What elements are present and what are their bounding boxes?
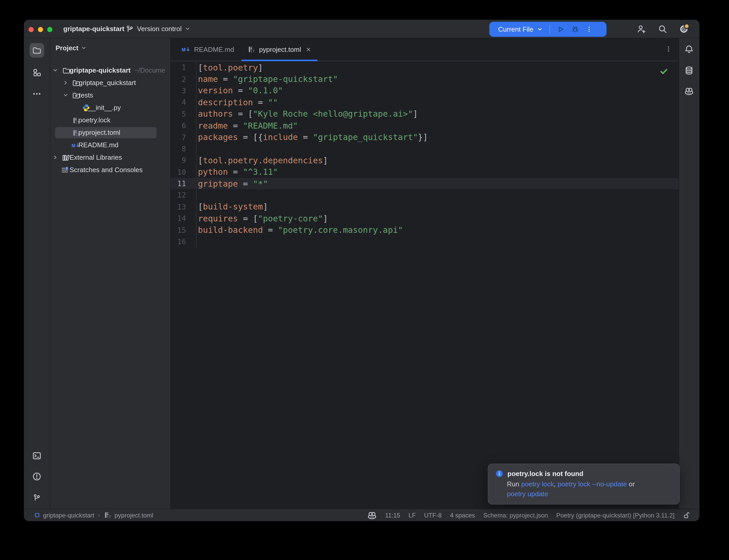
search-everywhere-button[interactable] <box>658 24 667 33</box>
add-user-button[interactable] <box>637 24 646 33</box>
chevron-down-icon <box>185 26 190 32</box>
chevron-right-icon[interactable] <box>63 80 68 86</box>
code-token: ] <box>263 202 268 212</box>
tree-item-griptape-quickstart[interactable]: griptape_quickstart <box>50 77 170 89</box>
tree-item-external-libraries[interactable]: External Libraries <box>50 151 170 164</box>
code-line-13[interactable]: 13[build-system] <box>171 201 679 213</box>
tab-readme-md[interactable]: M README.md <box>175 38 241 61</box>
settings-update-badge <box>684 23 690 29</box>
code-line-16[interactable]: 16 <box>171 236 679 248</box>
more-tools-button[interactable] <box>30 87 44 101</box>
status-schema[interactable]: Schema: pyproject.json <box>483 512 548 519</box>
chevron-down-icon[interactable] <box>52 67 58 73</box>
code-line-5[interactable]: 5authors = ["Kyle Roche <hello@griptape.… <box>171 108 679 120</box>
status-11[interactable]: 11:15 <box>385 512 400 519</box>
status-lock-open[interactable] <box>683 512 690 519</box>
tree-item-tests[interactable]: tests <box>50 89 170 102</box>
code-token: version <box>198 86 233 96</box>
code-token: tool.poetry <box>203 62 258 72</box>
notification-link[interactable]: poetry lock <box>521 480 554 488</box>
tree-item-label: External Libraries <box>69 151 122 164</box>
breadcrumb-file[interactable]: [T] pyproject.toml <box>103 511 153 519</box>
problems-icon <box>32 472 41 481</box>
tree-item-label: __init__.py <box>88 102 121 114</box>
notification-popup[interactable]: poetry.lock is not found Run poetry lock… <box>488 464 680 505</box>
tree-item-poetry-lock[interactable]: [T]poetry.lock <box>50 114 170 127</box>
code-token: "poetry.core.masonry.api" <box>278 225 403 235</box>
code-line-10[interactable]: 10python = "^3.11" <box>171 166 679 178</box>
chevron-down-icon[interactable] <box>63 92 68 98</box>
tab-options-kebab-icon[interactable] <box>665 45 672 53</box>
breadcrumb-project[interactable]: griptape-quickstart <box>34 512 94 519</box>
line-number: 8 <box>171 145 196 153</box>
problems-tool-button[interactable] <box>30 469 44 484</box>
code-line-3[interactable]: 3version = "0.1.0" <box>171 85 679 97</box>
run-configuration-selector[interactable]: Current File <box>498 25 533 33</box>
tree-item-readme-md[interactable]: MREADME.md <box>50 139 170 151</box>
vcs-widget[interactable]: Version control <box>123 20 192 38</box>
code-token: [ <box>198 202 203 212</box>
breadcrumb-separator: › <box>98 512 100 519</box>
code-line-8[interactable]: 8 <box>171 143 679 155</box>
notification-link[interactable]: poetry update <box>507 490 548 498</box>
tab-pyproject-toml[interactable]: [T] pyproject.toml <box>241 38 318 61</box>
debug-button[interactable] <box>571 25 579 33</box>
notification-text: Run <box>507 480 521 488</box>
close-icon[interactable] <box>305 47 311 52</box>
status-copilot[interactable] <box>368 510 377 520</box>
code-line-11[interactable]: 11griptape = "*" <box>171 178 679 190</box>
code-line-9[interactable]: 9[tool.poetry.dependencies] <box>171 155 679 166</box>
notifications-button[interactable] <box>684 45 694 54</box>
notification-text-line: Run poetry lock, poetry lock --no-update… <box>507 480 672 489</box>
run-widget[interactable]: Current File <box>489 22 607 37</box>
project-panel-title: Project <box>55 44 78 52</box>
code-line-1[interactable]: 1[tool.poetry] <box>171 62 679 73</box>
code-line-12[interactable]: 12 <box>171 190 679 201</box>
project-panel-header[interactable]: Project <box>50 38 170 57</box>
run-button[interactable] <box>557 25 565 33</box>
code-token: = <box>263 225 278 235</box>
settings-button[interactable] <box>679 24 689 33</box>
tab-label: README.md <box>194 46 234 53</box>
code-line-2[interactable]: 2name = "griptape-quickstart" <box>171 73 679 85</box>
svg-text:M: M <box>182 47 185 52</box>
code-token: "griptape-quickstart" <box>233 74 338 84</box>
copilot-tool-button[interactable] <box>684 87 694 96</box>
code-token: = <box>253 97 268 107</box>
status-4-spaces[interactable]: 4 spaces <box>450 512 475 519</box>
code-token: "poetry-core" <box>258 214 323 223</box>
tree-item--init-py[interactable]: __init__.py <box>50 102 170 114</box>
project-tool-button[interactable] <box>30 43 44 58</box>
close-window-button[interactable] <box>29 27 34 32</box>
zoom-window-button[interactable] <box>47 27 52 32</box>
line-number: 4 <box>171 98 196 107</box>
chevron-right-icon[interactable] <box>52 155 58 160</box>
database-tool-button[interactable] <box>684 66 694 75</box>
tree-item-label: pyproject.toml <box>78 127 120 139</box>
editor-tab-bar: M README.md[T] pyproject.toml <box>171 38 679 61</box>
file-icon: [T] <box>103 511 111 519</box>
code-line-14[interactable]: 14requires = ["poetry-core"] <box>171 213 679 224</box>
version-control-tool-button[interactable] <box>30 491 44 505</box>
minimize-window-button[interactable] <box>38 27 43 32</box>
status-lf[interactable]: LF <box>409 512 416 519</box>
code-line-15[interactable]: 15build-backend = "poetry.core.masonry.a… <box>171 224 679 236</box>
notification-link[interactable]: poetry lock --no-update <box>558 480 627 488</box>
tree-item-scratches-and-consoles[interactable]: Scratches and Consoles <box>50 164 170 176</box>
code-editor[interactable]: 1[tool.poetry]2name = "griptape-quicksta… <box>171 62 679 248</box>
run-more-kebab-icon[interactable] <box>586 25 593 33</box>
code-line-4[interactable]: 4description = "" <box>171 96 679 108</box>
notification-text-line: poetry update <box>507 489 672 499</box>
status-utf-8[interactable]: UTF-8 <box>424 512 442 519</box>
code-line-7[interactable]: 7packages = [{include = "griptape_quicks… <box>171 131 679 143</box>
status-poetry-griptape-quickstart-python-3-11-2-[interactable]: Poetry (griptape-quickstart) [Python 3.1… <box>556 512 675 519</box>
tree-item-pyproject-toml[interactable]: [T]pyproject.toml <box>50 127 170 139</box>
line-number: 12 <box>171 191 196 199</box>
code-line-6[interactable]: 6readme = "README.md" <box>171 120 679 131</box>
tree-item-griptape-quickstart[interactable]: griptape-quickstart~/Docume <box>50 64 170 77</box>
structure-tool-button[interactable] <box>30 65 44 80</box>
terminal-tool-button[interactable] <box>30 449 44 463</box>
line-number: 15 <box>171 226 196 234</box>
copilot-icon <box>684 87 694 96</box>
code-token: }] <box>418 132 428 142</box>
